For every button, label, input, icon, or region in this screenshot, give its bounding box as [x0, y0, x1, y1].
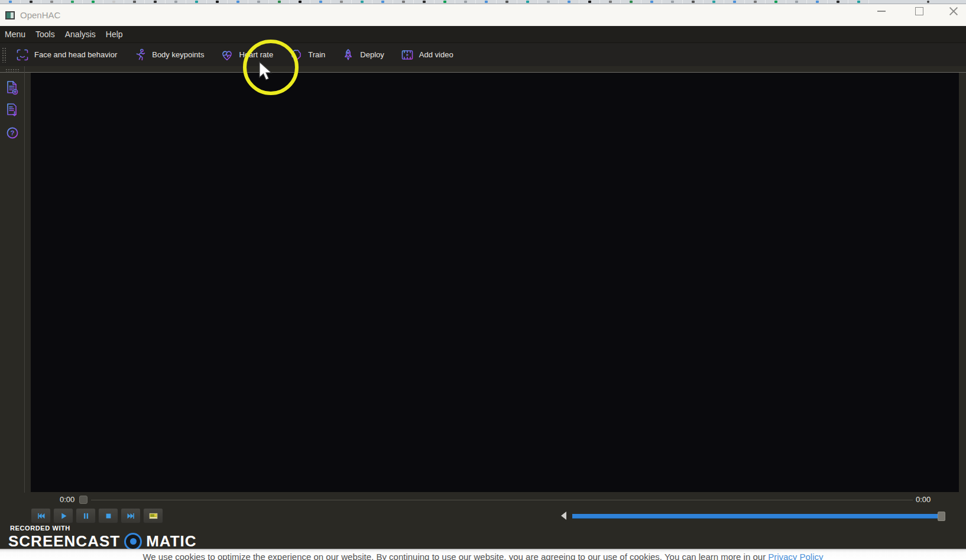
- browser-tab[interactable]: [21, 0, 41, 4]
- skip-to-end-icon: [126, 511, 136, 521]
- menu-item-tools[interactable]: Tools: [35, 30, 55, 39]
- browser-tab[interactable]: [145, 0, 166, 4]
- tab-favicon: [92, 1, 95, 3]
- browser-tab[interactable]: [704, 0, 724, 4]
- seek-slider-track[interactable]: [91, 500, 913, 500]
- browser-tab[interactable]: [435, 0, 455, 4]
- browser-tab[interactable]: [372, 0, 393, 4]
- menu-item-menu[interactable]: Menu: [5, 30, 25, 39]
- close-button[interactable]: [945, 0, 962, 22]
- pause-button[interactable]: [76, 508, 96, 523]
- seek-slider-handle[interactable]: [79, 496, 87, 504]
- main-area: ? 0:00 0:00: [0, 66, 966, 549]
- watermark-recorded-with: RECORDED WITH: [10, 525, 70, 532]
- tab-favicon: [568, 1, 570, 3]
- browser-tab[interactable]: [621, 0, 641, 4]
- tab-favicon: [402, 1, 405, 3]
- browser-tab[interactable]: [497, 0, 517, 4]
- browser-tab[interactable]: [559, 0, 579, 4]
- tab-favicon: [319, 1, 322, 3]
- browser-tab[interactable]: [207, 0, 228, 4]
- maximize-button[interactable]: [910, 0, 928, 22]
- browser-tab[interactable]: [186, 0, 207, 4]
- volume-slider-handle[interactable]: [938, 512, 945, 521]
- browser-tab[interactable]: [248, 0, 269, 4]
- privacy-policy-link[interactable]: Privacy Policy: [768, 552, 823, 560]
- toolbar-grip[interactable]: [2, 47, 7, 63]
- add-video-icon: [400, 48, 414, 62]
- volume-speaker-icon[interactable]: [559, 510, 568, 523]
- browser-tab[interactable]: [393, 0, 414, 4]
- toolbar-button-add-video[interactable]: Add video: [395, 45, 459, 65]
- tab-favicon: [361, 1, 364, 3]
- browser-tab[interactable]: [124, 0, 145, 4]
- watermark-brand-right: MATIC: [146, 532, 196, 551]
- browser-tab[interactable]: [103, 0, 124, 4]
- minimize-icon: [877, 11, 886, 12]
- sidebar-grip[interactable]: [5, 69, 20, 73]
- browser-tab[interactable]: [228, 0, 248, 4]
- toolbar-button-deploy[interactable]: Deploy: [336, 45, 389, 65]
- browser-tab[interactable]: [269, 0, 290, 4]
- browser-tab[interactable]: [517, 0, 538, 4]
- cookie-banner: We use cookies to optimize the experienc…: [0, 549, 966, 560]
- skip-to-start-button[interactable]: [31, 508, 51, 523]
- report-export-button[interactable]: [5, 102, 20, 118]
- tab-favicon: [71, 1, 74, 3]
- tab-favicon: [133, 1, 136, 3]
- browser-tab[interactable]: [414, 0, 435, 4]
- toolbar-button-body-keypoints[interactable]: Body keypoints: [128, 45, 209, 65]
- browser-tab[interactable]: [641, 0, 662, 4]
- heart-pulse-icon: [220, 48, 234, 62]
- browser-tab[interactable]: [745, 0, 766, 4]
- browser-tab[interactable]: [310, 0, 331, 4]
- frame-capture-button[interactable]: [143, 508, 163, 523]
- browser-tab[interactable]: [83, 0, 103, 4]
- browser-tab[interactable]: [828, 0, 848, 4]
- tab-favicon: [423, 1, 426, 3]
- elapsed-time: 0:00: [60, 495, 74, 504]
- play-button[interactable]: [53, 508, 73, 523]
- tab-favicon: [795, 1, 798, 3]
- stop-button[interactable]: [98, 508, 118, 523]
- browser-tab[interactable]: [724, 0, 745, 4]
- browser-tab[interactable]: [290, 0, 310, 4]
- toolbar-button-face-head-behavior[interactable]: Face and head behavior: [10, 45, 122, 65]
- browser-tab[interactable]: [331, 0, 352, 4]
- browser-tab[interactable]: [848, 0, 869, 4]
- browser-tab[interactable]: [662, 0, 683, 4]
- menu-item-analysis[interactable]: Analysis: [65, 30, 96, 39]
- browser-tab[interactable]: [683, 0, 704, 4]
- report-add-button[interactable]: [5, 80, 20, 96]
- browser-tab[interactable]: [538, 0, 559, 4]
- tab-favicon: [464, 1, 467, 3]
- watermark-brand: SCREENCAST MATIC: [8, 532, 197, 551]
- video-display[interactable]: [31, 73, 959, 492]
- volume-slider-track[interactable]: [572, 514, 939, 519]
- tab-favicon: [299, 1, 302, 3]
- browser-tab[interactable]: [766, 0, 786, 4]
- minimize-button[interactable]: [873, 0, 890, 22]
- tab-favicon: [236, 1, 239, 3]
- browser-tab[interactable]: [476, 0, 497, 4]
- browser-tab[interactable]: [62, 0, 83, 4]
- browser-tab[interactable]: [579, 0, 600, 4]
- face-scan-icon: [15, 48, 30, 62]
- browser-tab[interactable]: [455, 0, 476, 4]
- tab-favicon: [195, 1, 198, 3]
- close-icon: [949, 6, 958, 16]
- browser-tab[interactable]: [166, 0, 186, 4]
- browser-tab[interactable]: [786, 0, 807, 4]
- menu-item-help[interactable]: Help: [106, 30, 123, 39]
- skip-to-end-button[interactable]: [121, 508, 141, 523]
- browser-tab[interactable]: [352, 0, 372, 4]
- browser-tab[interactable]: [807, 0, 828, 4]
- toolbar-button-label: Train: [308, 50, 325, 59]
- help-button[interactable]: ?: [5, 125, 20, 141]
- tab-favicon: [630, 1, 633, 3]
- browser-tab[interactable]: [41, 0, 62, 4]
- browser-tab[interactable]: [0, 0, 21, 4]
- app-icon: [5, 11, 15, 19]
- watermark-brand-left: SCREENCAST: [8, 532, 120, 551]
- browser-tab[interactable]: [600, 0, 621, 4]
